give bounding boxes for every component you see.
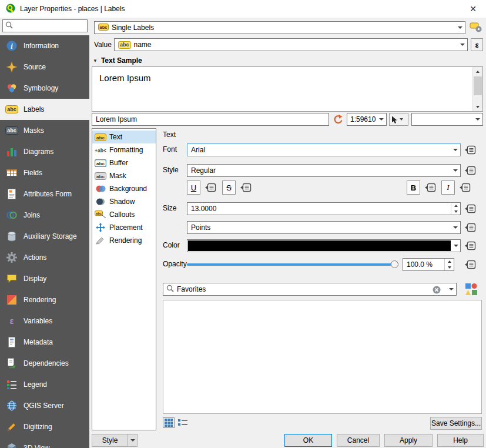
sidebar-item-digitizing[interactable]: Digitizing [0,416,89,437]
sidebar-item-metadata[interactable]: Metadata [0,332,89,353]
sidebar-item-masks[interactable]: abc Masks [0,120,89,141]
slider-handle[interactable] [391,260,398,268]
svg-text:abc: abc [96,212,102,215]
map-settings-button[interactable] [389,113,408,126]
sidebar-item-information[interactable]: i Information [0,35,89,56]
underline-button[interactable]: U [187,180,200,195]
scrollbar-thumb[interactable] [474,76,482,95]
dropdown-arrow-icon [376,113,386,125]
rendering-tab-icon [95,236,106,245]
dropdown-arrow-icon [457,39,467,51]
save-settings-button[interactable]: Save Settings... [430,417,482,430]
size-unit-select[interactable]: Points [187,221,461,234]
opacity-slider[interactable] [187,258,398,271]
sidebar-item-display[interactable]: Display [0,268,89,289]
underline-override-button[interactable] [203,181,217,194]
sidebar-item-actions[interactable]: Actions [0,247,89,268]
bold-override-button[interactable] [423,181,437,194]
italic-override-button[interactable] [458,181,472,194]
slider-fill [187,263,394,266]
tab-rendering[interactable]: Rendering [92,234,156,247]
tab-buffer[interactable]: abc Buffer [92,156,156,169]
size-label: Size [163,204,176,212]
filter-dropdown-arrow[interactable] [446,283,456,295]
paint-icon [5,293,18,306]
sidebar-item-auxiliary-storage[interactable]: Auxiliary Storage [0,226,89,247]
strikethrough-override-button[interactable] [239,181,253,194]
tab-label: Formatting [109,146,143,154]
sidebar-item-symbology[interactable]: Symbology [0,78,89,99]
font-color-button[interactable] [187,239,461,252]
close-button[interactable]: ✕ [466,3,480,15]
size-spinbox[interactable]: 13.0000 [187,202,461,215]
sidebar-item-labels[interactable]: abc Labels [0,99,89,120]
sidebar-item-attributes-form[interactable]: Attributes Form [0,183,89,205]
apply-button[interactable]: Apply [384,434,433,447]
style-menu-button[interactable]: Style [92,434,138,447]
scroll-down-button[interactable] [473,102,482,111]
style-override-button[interactable] [463,164,477,177]
auto-placement-settings-button[interactable] [469,20,483,34]
spin-buttons[interactable] [451,203,460,215]
sidebar-item-joins[interactable]: Joins [0,205,89,226]
font-family-select[interactable]: Arial [187,143,461,156]
sidebar-search-input[interactable] [15,22,85,30]
favorites-filter-box[interactable]: Favorites [163,283,457,296]
sidebar-item-3d-view[interactable]: 3D View [0,437,89,448]
cancel-button[interactable]: Cancel [337,434,380,447]
sidebar-item-dependencies[interactable]: Dependencies [0,353,89,374]
text-sample-section-header[interactable]: ▼ Text Sample [93,56,142,65]
tab-placement[interactable]: Placement [92,221,156,234]
ok-button[interactable]: OK [284,434,332,447]
expression-builder-button[interactable]: ε [471,38,483,51]
sidebar-item-source[interactable]: Source [0,56,89,78]
tab-callouts[interactable]: abc Callouts [92,208,156,221]
tab-text[interactable]: abc Text [92,131,156,143]
qgis-layer-properties-window: { "window": { "title": "Layer Properties… [0,0,486,448]
panel-title: Text [163,131,176,139]
labeling-mode-select[interactable]: abc Single Labels [94,21,465,34]
sample-scale-select[interactable]: 1:59610 [347,113,387,126]
sidebar-item-qgis-server[interactable]: QGIS Server [0,395,89,416]
tab-formatting[interactable]: +ab< Formatting [92,143,156,156]
icon-view-button[interactable] [163,417,175,428]
reset-sample-button[interactable] [331,113,344,126]
value-field-name: name [134,41,152,49]
tab-shadow[interactable]: Shadow [92,195,156,208]
tab-background[interactable]: Background [92,182,156,195]
font-style-value: Regular [191,166,216,175]
formatting-tab-icon: +ab< [95,146,106,154]
sidebar-item-diagrams[interactable]: Diagrams [0,141,89,162]
opacity-override-button[interactable] [463,258,477,271]
sidebar-item-variables[interactable]: ε Variables [0,310,89,332]
gear-icon [5,251,18,264]
sample-text-input[interactable] [96,115,325,123]
color-override-button[interactable] [463,239,477,252]
opacity-spinbox[interactable]: 100.0 % [403,258,454,271]
tab-mask[interactable]: abc Mask [92,169,156,182]
unit-override-button[interactable] [463,221,477,234]
spin-buttons[interactable] [444,259,454,270]
italic-button[interactable]: I [441,180,455,195]
clear-filter-button[interactable] [433,286,441,296]
size-override-button[interactable] [463,202,477,215]
sidebar-item-rendering[interactable]: Rendering [0,289,89,310]
sidebar-item-legend[interactable]: Legend [0,374,89,395]
style-manager-button[interactable] [464,282,479,297]
diagrams-icon [5,145,18,158]
help-button[interactable]: Help [437,434,484,447]
dropdown-arrow-icon[interactable] [451,240,460,252]
sample-background-select[interactable] [411,113,483,126]
list-view-button[interactable] [177,417,189,428]
preset-list[interactable] [163,300,482,414]
qgis-logo-icon [6,4,15,15]
font-override-button[interactable] [463,143,477,156]
bold-button[interactable]: B [407,180,420,195]
grid-view-icon [165,419,173,427]
scroll-up-button[interactable] [473,67,482,76]
preview-scrollbar[interactable] [472,67,482,111]
sidebar-item-fields[interactable]: Fields [0,162,89,183]
font-style-select[interactable]: Regular [187,164,461,177]
value-field-select[interactable]: abc name [114,38,468,51]
strikethrough-button[interactable]: S [222,180,236,195]
